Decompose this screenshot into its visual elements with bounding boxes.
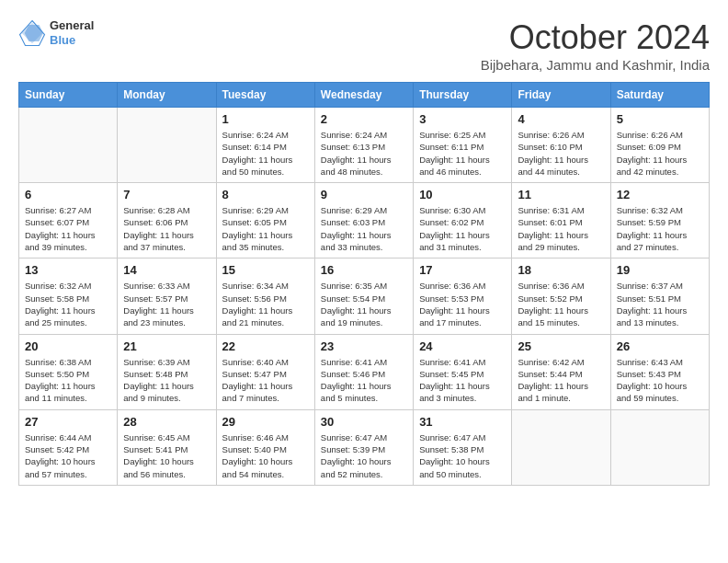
svg-marker-2 bbox=[25, 25, 43, 41]
day-number: 16 bbox=[321, 263, 407, 277]
calendar-cell: 2Sunrise: 6:24 AM Sunset: 6:13 PM Daylig… bbox=[314, 108, 413, 183]
day-number: 21 bbox=[123, 339, 210, 353]
day-info: Sunrise: 6:47 AM Sunset: 5:39 PM Dayligh… bbox=[321, 431, 407, 480]
day-number: 31 bbox=[419, 415, 506, 429]
day-info: Sunrise: 6:43 AM Sunset: 5:43 PM Dayligh… bbox=[617, 356, 703, 405]
day-number: 18 bbox=[518, 263, 604, 277]
day-number: 1 bbox=[222, 112, 309, 126]
calendar-cell: 15Sunrise: 6:34 AM Sunset: 5:56 PM Dayli… bbox=[216, 259, 314, 334]
day-info: Sunrise: 6:24 AM Sunset: 6:13 PM Dayligh… bbox=[321, 129, 407, 178]
day-info: Sunrise: 6:29 AM Sunset: 6:03 PM Dayligh… bbox=[321, 204, 407, 253]
day-number: 10 bbox=[419, 188, 506, 201]
day-info: Sunrise: 6:27 AM Sunset: 6:07 PM Dayligh… bbox=[25, 204, 111, 253]
calendar-cell: 21Sunrise: 6:39 AM Sunset: 5:48 PM Dayli… bbox=[118, 334, 216, 409]
day-info: Sunrise: 6:24 AM Sunset: 6:14 PM Dayligh… bbox=[222, 129, 309, 178]
day-info: Sunrise: 6:36 AM Sunset: 5:53 PM Dayligh… bbox=[419, 280, 506, 328]
week-row-1: 1Sunrise: 6:24 AM Sunset: 6:14 PM Daylig… bbox=[19, 108, 710, 183]
day-info: Sunrise: 6:25 AM Sunset: 6:11 PM Dayligh… bbox=[419, 129, 506, 178]
day-header-saturday: Saturday bbox=[610, 83, 709, 108]
calendar-cell: 27Sunrise: 6:44 AM Sunset: 5:42 PM Dayli… bbox=[19, 409, 118, 485]
page-header: General Blue October 2024 Bijbehara, Jam… bbox=[18, 18, 710, 73]
day-header-tuesday: Tuesday bbox=[216, 83, 314, 108]
day-number: 12 bbox=[617, 188, 703, 201]
calendar-cell bbox=[19, 108, 118, 183]
calendar-cell: 1Sunrise: 6:24 AM Sunset: 6:14 PM Daylig… bbox=[216, 108, 314, 183]
day-number: 25 bbox=[518, 339, 604, 353]
calendar-cell: 28Sunrise: 6:45 AM Sunset: 5:41 PM Dayli… bbox=[118, 409, 216, 485]
day-number: 5 bbox=[617, 112, 703, 126]
logo-blue: Blue bbox=[50, 33, 94, 48]
calendar-cell: 3Sunrise: 6:25 AM Sunset: 6:11 PM Daylig… bbox=[414, 108, 512, 183]
day-info: Sunrise: 6:39 AM Sunset: 5:48 PM Dayligh… bbox=[123, 356, 210, 405]
day-number: 22 bbox=[222, 339, 309, 353]
day-number: 23 bbox=[321, 339, 407, 353]
calendar-cell bbox=[512, 409, 610, 485]
day-info: Sunrise: 6:30 AM Sunset: 6:02 PM Dayligh… bbox=[419, 204, 506, 253]
day-header-monday: Monday bbox=[118, 83, 216, 108]
day-info: Sunrise: 6:29 AM Sunset: 6:05 PM Dayligh… bbox=[222, 204, 309, 253]
day-info: Sunrise: 6:28 AM Sunset: 6:06 PM Dayligh… bbox=[123, 204, 210, 253]
calendar-cell: 25Sunrise: 6:42 AM Sunset: 5:44 PM Dayli… bbox=[512, 334, 610, 409]
day-info: Sunrise: 6:32 AM Sunset: 5:59 PM Dayligh… bbox=[617, 204, 703, 253]
day-number: 30 bbox=[321, 415, 407, 429]
day-info: Sunrise: 6:40 AM Sunset: 5:47 PM Dayligh… bbox=[222, 356, 309, 405]
day-number: 29 bbox=[222, 415, 309, 429]
day-number: 7 bbox=[123, 188, 210, 201]
calendar-cell: 19Sunrise: 6:37 AM Sunset: 5:51 PM Dayli… bbox=[610, 259, 709, 334]
calendar-cell: 14Sunrise: 6:33 AM Sunset: 5:57 PM Dayli… bbox=[118, 259, 216, 334]
day-number: 19 bbox=[617, 263, 703, 277]
calendar-cell: 9Sunrise: 6:29 AM Sunset: 6:03 PM Daylig… bbox=[314, 183, 413, 259]
calendar-header: SundayMondayTuesdayWednesdayThursdayFrid… bbox=[19, 83, 710, 108]
day-number: 3 bbox=[419, 112, 506, 126]
calendar-cell: 5Sunrise: 6:26 AM Sunset: 6:09 PM Daylig… bbox=[610, 108, 709, 183]
day-info: Sunrise: 6:37 AM Sunset: 5:51 PM Dayligh… bbox=[617, 280, 703, 328]
day-number: 8 bbox=[222, 188, 309, 201]
calendar-cell: 31Sunrise: 6:47 AM Sunset: 5:38 PM Dayli… bbox=[414, 409, 512, 485]
calendar-cell: 13Sunrise: 6:32 AM Sunset: 5:58 PM Dayli… bbox=[19, 259, 118, 334]
day-number: 15 bbox=[222, 263, 309, 277]
day-number: 11 bbox=[518, 188, 604, 201]
week-row-2: 6Sunrise: 6:27 AM Sunset: 6:07 PM Daylig… bbox=[19, 183, 710, 259]
day-info: Sunrise: 6:26 AM Sunset: 6:09 PM Dayligh… bbox=[617, 129, 703, 178]
day-number: 13 bbox=[25, 263, 111, 277]
day-number: 24 bbox=[419, 339, 506, 353]
logo-icon bbox=[18, 19, 46, 47]
calendar-body: 1Sunrise: 6:24 AM Sunset: 6:14 PM Daylig… bbox=[19, 108, 710, 486]
day-info: Sunrise: 6:36 AM Sunset: 5:52 PM Dayligh… bbox=[518, 280, 604, 328]
day-info: Sunrise: 6:44 AM Sunset: 5:42 PM Dayligh… bbox=[25, 431, 111, 480]
month-title: October 2024 bbox=[481, 18, 710, 57]
calendar-cell bbox=[118, 108, 216, 183]
calendar-cell: 22Sunrise: 6:40 AM Sunset: 5:47 PM Dayli… bbox=[216, 334, 314, 409]
calendar-cell: 4Sunrise: 6:26 AM Sunset: 6:10 PM Daylig… bbox=[512, 108, 610, 183]
calendar-cell: 8Sunrise: 6:29 AM Sunset: 6:05 PM Daylig… bbox=[216, 183, 314, 259]
calendar-cell: 23Sunrise: 6:41 AM Sunset: 5:46 PM Dayli… bbox=[314, 334, 413, 409]
day-number: 26 bbox=[617, 339, 703, 353]
day-number: 17 bbox=[419, 263, 506, 277]
day-header-sunday: Sunday bbox=[19, 83, 118, 108]
day-number: 20 bbox=[25, 339, 111, 353]
day-number: 6 bbox=[25, 188, 111, 201]
location: Bijbehara, Jammu and Kashmir, India bbox=[481, 57, 710, 73]
day-info: Sunrise: 6:41 AM Sunset: 5:46 PM Dayligh… bbox=[321, 356, 407, 405]
calendar-cell: 11Sunrise: 6:31 AM Sunset: 6:01 PM Dayli… bbox=[512, 183, 610, 259]
calendar-cell: 30Sunrise: 6:47 AM Sunset: 5:39 PM Dayli… bbox=[314, 409, 413, 485]
logo-general: General bbox=[50, 18, 94, 33]
calendar-cell: 16Sunrise: 6:35 AM Sunset: 5:54 PM Dayli… bbox=[314, 259, 413, 334]
week-row-4: 20Sunrise: 6:38 AM Sunset: 5:50 PM Dayli… bbox=[19, 334, 710, 409]
day-number: 27 bbox=[25, 415, 111, 429]
logo: General Blue bbox=[18, 18, 94, 47]
calendar-cell: 18Sunrise: 6:36 AM Sunset: 5:52 PM Dayli… bbox=[512, 259, 610, 334]
calendar-cell: 10Sunrise: 6:30 AM Sunset: 6:02 PM Dayli… bbox=[414, 183, 512, 259]
calendar-cell bbox=[610, 409, 709, 485]
day-info: Sunrise: 6:38 AM Sunset: 5:50 PM Dayligh… bbox=[25, 356, 111, 405]
day-number: 4 bbox=[518, 112, 604, 126]
week-row-5: 27Sunrise: 6:44 AM Sunset: 5:42 PM Dayli… bbox=[19, 409, 710, 485]
day-header-thursday: Thursday bbox=[414, 83, 512, 108]
day-info: Sunrise: 6:45 AM Sunset: 5:41 PM Dayligh… bbox=[123, 431, 210, 480]
day-info: Sunrise: 6:46 AM Sunset: 5:40 PM Dayligh… bbox=[222, 431, 309, 480]
day-info: Sunrise: 6:32 AM Sunset: 5:58 PM Dayligh… bbox=[25, 280, 111, 328]
week-row-3: 13Sunrise: 6:32 AM Sunset: 5:58 PM Dayli… bbox=[19, 259, 710, 334]
calendar-cell: 24Sunrise: 6:41 AM Sunset: 5:45 PM Dayli… bbox=[414, 334, 512, 409]
day-info: Sunrise: 6:26 AM Sunset: 6:10 PM Dayligh… bbox=[518, 129, 604, 178]
day-number: 28 bbox=[123, 415, 210, 429]
